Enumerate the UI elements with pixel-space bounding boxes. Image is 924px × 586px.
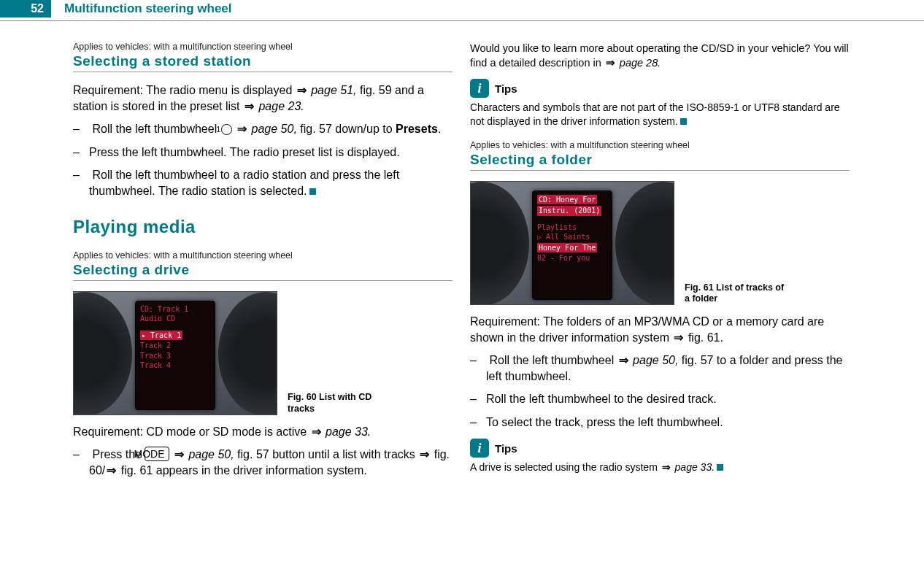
screen-line: Track 4: [140, 361, 210, 371]
instruction-list: Press the MODE page 50, fig. 57 button u…: [73, 447, 453, 478]
arrow-icon: [173, 448, 185, 460]
right-column: Would you like to learn more about opera…: [470, 42, 850, 486]
arrow-icon: [105, 464, 118, 477]
screen-line: Track 2: [140, 341, 210, 351]
list-item: Roll the left thumbwheel 1 page 50, fig.…: [73, 121, 453, 137]
list-item: To select the track, press the left thum…: [470, 415, 850, 431]
ui-label: Presets: [396, 123, 438, 135]
applies-note: Applies to vehicles: with a multifunctio…: [73, 250, 453, 261]
figure-image: CD: Track 1 Audio CD ▸ Track 1 Track 2 T…: [73, 291, 277, 415]
screen-line: CD: Track 1: [140, 304, 210, 315]
text: Roll the left thumbwheel to a radio stat…: [89, 169, 399, 197]
text: Roll the left thumbwheel: [489, 354, 617, 366]
tips-text: A drive is selected using the radio syst…: [470, 460, 850, 474]
page-header: 52 Multifunction steering wheel: [0, 0, 924, 18]
figure-61: CD: Honey For Instru. (2001) Playlists ▷…: [470, 181, 850, 305]
screen-selected: ▸ Track 1: [140, 331, 182, 341]
tips-text: Characters and symbols that are not part…: [470, 101, 850, 128]
page-ref: page 50,: [252, 123, 297, 135]
requirement-text: Requirement: The radio menu is displayed…: [73, 82, 453, 114]
end-mark-icon: [309, 188, 316, 195]
screen-title: Instru. (2001): [537, 206, 601, 216]
arrow-icon: [661, 461, 672, 473]
text: fig. 61 appears in the driver informatio…: [121, 464, 367, 477]
dis-screen: CD: Honey For Instru. (2001) Playlists ▷…: [532, 190, 612, 300]
screen-line: Track 3: [140, 351, 210, 361]
list-item: Roll the left thumbwheel to a radio stat…: [73, 167, 453, 198]
figure-caption: Fig. 60 List with CD tracks: [288, 392, 390, 415]
applies-note: Applies to vehicles: with a multifunctio…: [73, 42, 453, 52]
callout-circle: 1: [221, 124, 232, 135]
gauge-dial-icon: [73, 292, 132, 415]
text: Requirement: The folders of an MP3/WMA C…: [470, 315, 824, 344]
text: A drive is selected using the radio syst…: [470, 461, 661, 473]
text: Requirement: The radio menu is displayed: [73, 84, 296, 96]
end-mark-icon: [717, 464, 723, 471]
page-ref: page 51,: [311, 84, 356, 96]
end-mark-icon: [680, 118, 687, 125]
arrow-icon: [672, 331, 685, 344]
text: Roll the left thumbwheel: [92, 123, 220, 135]
page-ref: page 23.: [258, 100, 304, 112]
page-ref: page 50,: [188, 448, 234, 460]
text: .: [438, 123, 441, 135]
heading-playing-media: Playing media: [73, 217, 453, 237]
requirement-text: Requirement: The folders of an MP3/WMA C…: [470, 314, 850, 345]
list-item: Roll the left thumbwheel to the desired …: [470, 391, 850, 407]
screen-line: Audio CD: [140, 314, 210, 324]
tips-label: Tips: [495, 82, 517, 95]
intro-text: Would you like to learn more about opera…: [470, 42, 850, 70]
arrow-icon: [604, 57, 617, 69]
arrow-icon: [418, 448, 431, 460]
instruction-list: Roll the left thumbwheel page 50, fig. 5…: [470, 352, 850, 430]
arrow-icon: [310, 425, 323, 438]
text: Characters and symbols that are not part…: [470, 101, 840, 127]
page-ref: page 28.: [620, 57, 661, 69]
tips-heading: i Tips: [470, 439, 850, 458]
screen-line: ▷ All Saints: [537, 232, 607, 242]
arrow-icon: [236, 123, 248, 135]
info-icon: i: [470, 439, 489, 458]
gauge-dial-icon: [218, 292, 277, 415]
dis-screen: CD: Track 1 Audio CD ▸ Track 1 Track 2 T…: [135, 301, 215, 410]
text: fig. 57 down/up to: [297, 123, 396, 135]
figure-image: CD: Honey For Instru. (2001) Playlists ▷…: [470, 181, 674, 305]
heading-selecting-folder: Selecting a folder: [470, 152, 850, 171]
list-item: Roll the left thumbwheel page 50, fig. 5…: [470, 352, 850, 384]
text: fig. 57 button until a list with tracks: [234, 448, 419, 460]
screen-selected: Honey For The: [537, 243, 597, 253]
figure-60: CD: Track 1 Audio CD ▸ Track 1 Track 2 T…: [73, 291, 453, 415]
list-item: Press the MODE page 50, fig. 57 button u…: [73, 447, 453, 478]
requirement-text: Requirement: CD mode or SD mode is activ…: [73, 424, 453, 440]
heading-selecting-station: Selecting a stored station: [73, 53, 453, 72]
figure-caption: Fig. 61 List of tracks of a folder: [685, 282, 787, 305]
page-ref: page 50,: [633, 354, 678, 366]
arrow-icon: [243, 100, 255, 112]
list-item: Press the left thumbwheel. The radio pre…: [73, 144, 453, 161]
page-number: 52: [0, 0, 51, 18]
info-icon: i: [470, 79, 489, 98]
arrow-icon: [617, 354, 630, 366]
applies-note: Applies to vehicles: with a multifunctio…: [470, 140, 850, 150]
arrow-icon: [296, 84, 308, 96]
chapter-title: Multifunction steering wheel: [64, 1, 232, 16]
fig-ref: fig. 61.: [688, 331, 723, 344]
gauge-dial-icon: [470, 182, 529, 305]
page-ref: page 33.: [326, 425, 371, 438]
screen-line: Playlists: [537, 223, 607, 233]
instruction-list: Roll the left thumbwheel 1 page 50, fig.…: [73, 121, 453, 198]
screen-line: 02 - For you: [537, 253, 607, 263]
gauge-dial-icon: [615, 182, 674, 305]
left-column: Applies to vehicles: with a multifunctio…: [73, 42, 453, 486]
tips-heading: i Tips: [470, 79, 850, 98]
text: Requirement: CD mode or SD mode is activ…: [73, 425, 310, 438]
mode-button-keycap: MODE: [145, 447, 169, 461]
screen-title: CD: Honey For: [537, 195, 597, 205]
tips-label: Tips: [495, 442, 517, 455]
page-ref: page 33.: [675, 461, 715, 473]
heading-selecting-drive: Selecting a drive: [73, 262, 453, 281]
